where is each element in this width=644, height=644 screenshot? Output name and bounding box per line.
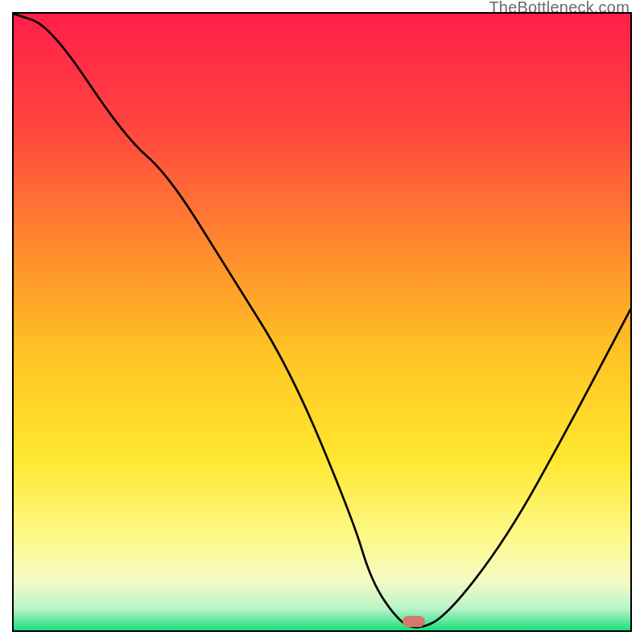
chart-container: TheBottleneck.com [0, 0, 644, 644]
bottleneck-curve [14, 14, 630, 630]
plot-area [12, 12, 632, 632]
optimal-marker [402, 616, 425, 627]
